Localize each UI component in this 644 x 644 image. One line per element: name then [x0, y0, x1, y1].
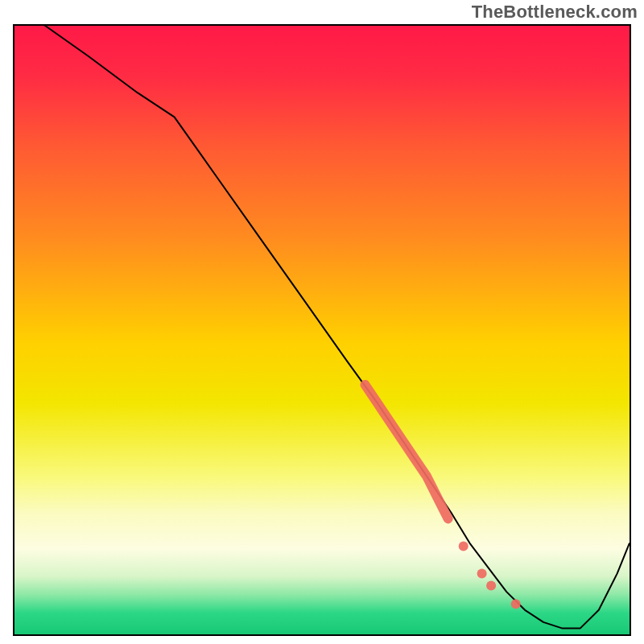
highlight-point-0: [459, 541, 469, 551]
gradient-background: [14, 26, 630, 634]
highlight-point-3: [511, 599, 521, 609]
highlight-point-1: [477, 568, 487, 578]
chart-svg: [14, 26, 630, 634]
highlight-point-2: [486, 581, 496, 591]
watermark-text: TheBottleneck.com: [472, 2, 638, 23]
chart-canvas: TheBottleneck.com: [0, 0, 644, 644]
plot-area: [13, 24, 631, 636]
